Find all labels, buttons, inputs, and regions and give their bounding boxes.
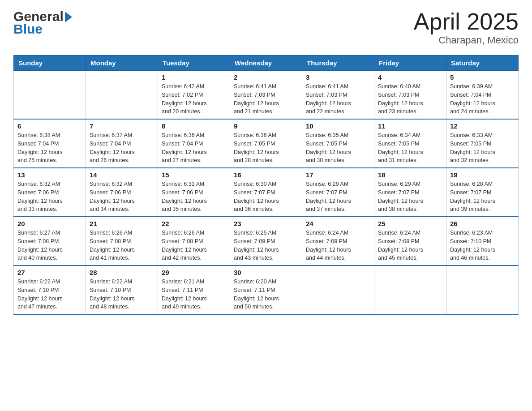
day-info: Sunrise: 6:22 AM Sunset: 7:10 PM Dayligh…	[17, 278, 82, 311]
page-title: April 2025	[414, 9, 519, 34]
day-number: 29	[162, 269, 226, 276]
day-info: Sunrise: 6:36 AM Sunset: 7:05 PM Dayligh…	[234, 131, 298, 165]
day-number: 8	[162, 122, 226, 130]
day-number: 13	[17, 171, 82, 179]
header-day-wednesday: Wednesday	[230, 56, 302, 71]
calendar-cell: 15Sunrise: 6:31 AM Sunset: 7:06 PM Dayli…	[158, 168, 230, 217]
day-number: 7	[90, 122, 154, 130]
day-number: 21	[90, 220, 154, 227]
day-info: Sunrise: 6:29 AM Sunset: 7:07 PM Dayligh…	[378, 180, 442, 214]
day-number: 4	[378, 73, 442, 81]
logo: General Blue	[13, 9, 72, 37]
day-info: Sunrise: 6:41 AM Sunset: 7:03 PM Dayligh…	[306, 82, 370, 116]
day-number: 15	[162, 171, 226, 179]
header-day-saturday: Saturday	[446, 56, 519, 71]
day-number: 20	[17, 220, 82, 227]
calendar-cell: 30Sunrise: 6:20 AM Sunset: 7:11 PM Dayli…	[230, 265, 302, 314]
header-day-friday: Friday	[374, 56, 446, 71]
day-info: Sunrise: 6:22 AM Sunset: 7:10 PM Dayligh…	[90, 278, 154, 311]
day-number: 9	[234, 122, 298, 130]
day-number: 18	[378, 171, 442, 179]
day-number: 5	[450, 73, 515, 81]
day-info: Sunrise: 6:24 AM Sunset: 7:09 PM Dayligh…	[306, 229, 370, 262]
calendar-week-0: 1Sunrise: 6:42 AM Sunset: 7:02 PM Daylig…	[14, 71, 519, 120]
day-info: Sunrise: 6:36 AM Sunset: 7:04 PM Dayligh…	[162, 131, 226, 165]
day-info: Sunrise: 6:37 AM Sunset: 7:04 PM Dayligh…	[90, 131, 154, 165]
calendar-week-1: 6Sunrise: 6:38 AM Sunset: 7:04 PM Daylig…	[14, 119, 519, 168]
day-number: 22	[162, 220, 226, 227]
calendar-cell: 11Sunrise: 6:34 AM Sunset: 7:05 PM Dayli…	[374, 119, 446, 168]
calendar-cell: 19Sunrise: 6:28 AM Sunset: 7:07 PM Dayli…	[446, 168, 519, 217]
day-number: 14	[90, 171, 154, 179]
calendar-cell: 18Sunrise: 6:29 AM Sunset: 7:07 PM Dayli…	[374, 168, 446, 217]
day-info: Sunrise: 6:23 AM Sunset: 7:10 PM Dayligh…	[450, 229, 515, 262]
day-number: 24	[306, 220, 370, 227]
day-number: 11	[378, 122, 442, 130]
calendar-cell: 22Sunrise: 6:26 AM Sunset: 7:08 PM Dayli…	[158, 217, 230, 265]
calendar-cell: 2Sunrise: 6:41 AM Sunset: 7:03 PM Daylig…	[230, 71, 302, 120]
title-area: April 2025 Charapan, Mexico	[414, 9, 519, 46]
day-info: Sunrise: 6:29 AM Sunset: 7:07 PM Dayligh…	[306, 180, 370, 214]
page-header: General Blue April 2025 Charapan, Mexico	[13, 9, 519, 46]
day-number: 23	[234, 220, 298, 227]
calendar-table: SundayMondayTuesdayWednesdayThursdayFrid…	[13, 55, 519, 315]
calendar-cell: 20Sunrise: 6:27 AM Sunset: 7:08 PM Dayli…	[14, 217, 86, 265]
day-info: Sunrise: 6:28 AM Sunset: 7:07 PM Dayligh…	[450, 180, 515, 214]
header-day-tuesday: Tuesday	[158, 56, 230, 71]
day-number: 26	[450, 220, 515, 227]
calendar-cell: 25Sunrise: 6:24 AM Sunset: 7:09 PM Dayli…	[374, 217, 446, 265]
day-info: Sunrise: 6:33 AM Sunset: 7:05 PM Dayligh…	[450, 131, 515, 165]
day-number: 16	[234, 171, 298, 179]
day-number: 17	[306, 171, 370, 179]
day-number: 19	[450, 171, 515, 179]
day-info: Sunrise: 6:32 AM Sunset: 7:06 PM Dayligh…	[17, 180, 82, 214]
day-number: 27	[17, 269, 82, 276]
day-number: 12	[450, 122, 515, 130]
calendar-cell: 9Sunrise: 6:36 AM Sunset: 7:05 PM Daylig…	[230, 119, 302, 168]
day-info: Sunrise: 6:39 AM Sunset: 7:04 PM Dayligh…	[450, 82, 515, 116]
day-info: Sunrise: 6:30 AM Sunset: 7:07 PM Dayligh…	[234, 180, 298, 214]
day-number: 10	[306, 122, 370, 130]
calendar-header: SundayMondayTuesdayWednesdayThursdayFrid…	[14, 56, 519, 71]
calendar-cell: 24Sunrise: 6:24 AM Sunset: 7:09 PM Dayli…	[302, 217, 374, 265]
calendar-week-3: 20Sunrise: 6:27 AM Sunset: 7:08 PM Dayli…	[14, 217, 519, 265]
day-info: Sunrise: 6:40 AM Sunset: 7:03 PM Dayligh…	[378, 82, 442, 116]
day-number: 2	[234, 73, 298, 81]
calendar-body: 1Sunrise: 6:42 AM Sunset: 7:02 PM Daylig…	[14, 71, 519, 315]
day-info: Sunrise: 6:35 AM Sunset: 7:05 PM Dayligh…	[306, 131, 370, 165]
header-day-sunday: Sunday	[14, 56, 86, 71]
day-info: Sunrise: 6:31 AM Sunset: 7:06 PM Dayligh…	[162, 180, 226, 214]
header-row: SundayMondayTuesdayWednesdayThursdayFrid…	[14, 56, 519, 71]
logo-blue-text: Blue	[13, 21, 43, 37]
calendar-cell	[14, 71, 86, 120]
day-info: Sunrise: 6:34 AM Sunset: 7:05 PM Dayligh…	[378, 131, 442, 165]
calendar-cell: 28Sunrise: 6:22 AM Sunset: 7:10 PM Dayli…	[86, 265, 158, 314]
header-day-monday: Monday	[86, 56, 158, 71]
calendar-cell	[374, 265, 446, 314]
day-number: 1	[162, 73, 226, 81]
calendar-cell: 8Sunrise: 6:36 AM Sunset: 7:04 PM Daylig…	[158, 119, 230, 168]
day-info: Sunrise: 6:21 AM Sunset: 7:11 PM Dayligh…	[162, 278, 226, 311]
calendar-cell	[446, 265, 519, 314]
day-info: Sunrise: 6:24 AM Sunset: 7:09 PM Dayligh…	[378, 229, 442, 262]
calendar-cell: 6Sunrise: 6:38 AM Sunset: 7:04 PM Daylig…	[14, 119, 86, 168]
calendar-cell: 27Sunrise: 6:22 AM Sunset: 7:10 PM Dayli…	[14, 265, 86, 314]
calendar-cell: 3Sunrise: 6:41 AM Sunset: 7:03 PM Daylig…	[302, 71, 374, 120]
header-day-thursday: Thursday	[302, 56, 374, 71]
day-number: 28	[90, 269, 154, 276]
day-number: 30	[234, 269, 298, 276]
day-info: Sunrise: 6:20 AM Sunset: 7:11 PM Dayligh…	[234, 278, 298, 311]
calendar-cell: 23Sunrise: 6:25 AM Sunset: 7:09 PM Dayli…	[230, 217, 302, 265]
calendar-cell: 17Sunrise: 6:29 AM Sunset: 7:07 PM Dayli…	[302, 168, 374, 217]
calendar-cell: 21Sunrise: 6:26 AM Sunset: 7:08 PM Dayli…	[86, 217, 158, 265]
day-number: 6	[17, 122, 82, 130]
calendar-cell: 4Sunrise: 6:40 AM Sunset: 7:03 PM Daylig…	[374, 71, 446, 120]
calendar-cell: 14Sunrise: 6:32 AM Sunset: 7:06 PM Dayli…	[86, 168, 158, 217]
day-number: 25	[378, 220, 442, 227]
day-info: Sunrise: 6:26 AM Sunset: 7:08 PM Dayligh…	[162, 229, 226, 262]
day-number: 3	[306, 73, 370, 81]
calendar-cell: 12Sunrise: 6:33 AM Sunset: 7:05 PM Dayli…	[446, 119, 519, 168]
calendar-cell: 13Sunrise: 6:32 AM Sunset: 7:06 PM Dayli…	[14, 168, 86, 217]
calendar-week-4: 27Sunrise: 6:22 AM Sunset: 7:10 PM Dayli…	[14, 265, 519, 314]
day-info: Sunrise: 6:26 AM Sunset: 7:08 PM Dayligh…	[90, 229, 154, 262]
